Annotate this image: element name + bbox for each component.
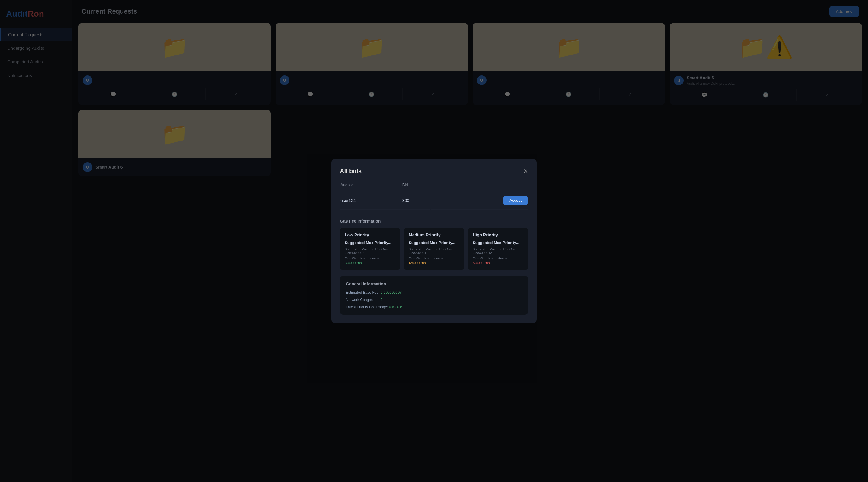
bids-table: Auditor Bid user124 300 Accept (340, 182, 528, 210)
medium-wait-value: 45000 ms (409, 261, 459, 265)
general-section-title: General Information (346, 281, 522, 286)
medium-suggested-label: Suggested Max Priority... (409, 240, 459, 245)
low-fee-row: Suggested Max Fee Per Gas: 0.564000007 (345, 247, 395, 255)
general-info-box: General Information Estimated Base Fee: … (340, 276, 528, 315)
medium-wait-label: Max Wait Time Estimate: (409, 256, 459, 260)
bid-auditor-1: user124 (340, 192, 402, 210)
low-wait-label: Max Wait Time Estimate: (345, 256, 395, 260)
accept-button-1[interactable]: Accept (503, 196, 528, 205)
modal-overlay[interactable]: All bids ✕ Auditor Bid user124 300 Accep… (0, 0, 868, 482)
col-bid: Bid (402, 183, 431, 191)
low-suggested-label: Suggested Max Priority... (345, 240, 395, 245)
high-suggested-label: Suggested Max Priority... (473, 240, 523, 245)
priority-card-medium: Medium Priority Suggested Max Priority..… (404, 228, 464, 270)
high-priority-label: High Priority (473, 232, 523, 237)
medium-fee-row: Suggested Max Fee Per Gas: 0.58200001 (409, 247, 459, 255)
bid-row-1: user124 300 Accept (340, 192, 528, 210)
medium-priority-label: Medium Priority (409, 232, 459, 237)
modal-title: All bids (340, 168, 362, 174)
priority-range-value: 0.6 - 0.6 (389, 305, 402, 309)
priority-range-row: Latest Priority Fee Range: 0.6 - 0.6 (346, 305, 522, 309)
congestion-row: Network Congestion: 0 (346, 298, 522, 302)
col-auditor: Auditor (340, 183, 402, 191)
bid-amount-1: 300 (402, 192, 431, 210)
high-wait-label: Max Wait Time Estimate: (473, 256, 523, 260)
gas-section-title: Gas Fee Information (340, 219, 528, 224)
priority-cards: Low Priority Suggested Max Priority... S… (340, 228, 528, 270)
congestion-value: 0 (380, 298, 383, 302)
modal-header: All bids ✕ (340, 167, 528, 174)
base-fee-value: 0.000000007 (380, 290, 402, 295)
priority-card-high: High Priority Suggested Max Priority... … (468, 228, 528, 270)
low-priority-label: Low Priority (345, 232, 395, 237)
low-wait-value: 30000 ms (345, 261, 395, 265)
all-bids-modal: All bids ✕ Auditor Bid user124 300 Accep… (331, 159, 537, 323)
high-fee-row: Suggested Max Fee Per Gas: 0.588000012 (473, 247, 523, 255)
priority-card-low: Low Priority Suggested Max Priority... S… (340, 228, 400, 270)
modal-close-button[interactable]: ✕ (523, 167, 528, 174)
base-fee-row: Estimated Base Fee: 0.000000007 (346, 290, 522, 295)
high-wait-value: 60000 ms (473, 261, 523, 265)
